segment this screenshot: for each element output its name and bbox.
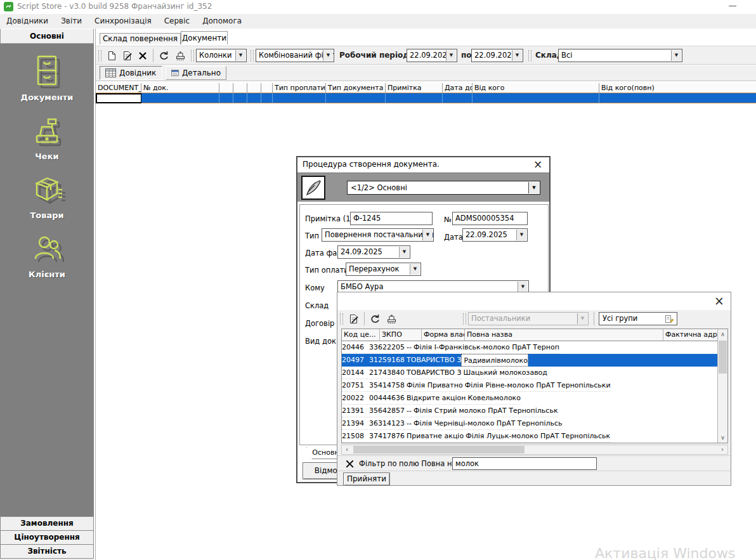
column-header[interactable]: Примітка bbox=[386, 83, 443, 93]
supplier-row[interactable]: 21508 37417876 Приватне акціо Філія Луць… bbox=[342, 430, 718, 443]
quill-pen-button[interactable] bbox=[301, 176, 325, 200]
column-header[interactable]: Повна назва bbox=[465, 329, 663, 341]
toolbar-grip[interactable] bbox=[528, 50, 531, 62]
toolbar-grip[interactable] bbox=[463, 313, 466, 325]
number-input[interactable]: ADMS00005354 bbox=[452, 212, 528, 225]
close-icon[interactable]: × bbox=[531, 158, 544, 171]
sidebar-item-goods[interactable]: Товари bbox=[29, 171, 65, 220]
chevron-down-icon[interactable]: ▼ bbox=[446, 50, 456, 61]
toolbar-grip[interactable] bbox=[340, 313, 343, 325]
horizontal-scrollbar[interactable]: ‹ › bbox=[341, 445, 728, 455]
close-icon[interactable]: × bbox=[713, 294, 726, 307]
menu-service[interactable]: Сервіс bbox=[158, 14, 196, 29]
chevron-down-icon[interactable]: ▼ bbox=[518, 282, 528, 292]
menu-synchronization[interactable]: Синхронізація bbox=[88, 14, 158, 29]
sidebar-button-pricing[interactable]: Ціноутворення bbox=[0, 530, 94, 544]
print-stamp-button[interactable] bbox=[173, 48, 188, 63]
chevron-down-icon[interactable]: ▼ bbox=[528, 182, 539, 193]
detail-view-button[interactable]: Детально bbox=[166, 66, 226, 80]
chevron-down-icon[interactable]: ▼ bbox=[512, 50, 522, 61]
filter-input[interactable]: молок bbox=[452, 457, 597, 470]
scroll-left-icon[interactable]: ‹ bbox=[342, 445, 352, 454]
minimize-button[interactable]: — bbox=[723, 0, 742, 13]
chevron-down-icon[interactable]: ▼ bbox=[323, 50, 333, 61]
menu-help[interactable]: Допомога bbox=[196, 14, 248, 29]
sidebar-item-checks[interactable]: Чеки bbox=[29, 112, 65, 161]
edit-cell[interactable] bbox=[96, 93, 141, 103]
sidebar-item-clients[interactable]: Клієнти bbox=[29, 230, 65, 279]
chevron-down-icon[interactable]: ▼ bbox=[410, 264, 420, 275]
new-document-button[interactable] bbox=[105, 48, 119, 63]
type-combo[interactable]: Повернення постачальникові ▼ bbox=[322, 228, 434, 242]
delete-button[interactable] bbox=[135, 48, 150, 63]
column-header[interactable] bbox=[261, 83, 273, 93]
column-header[interactable]: Від кого bbox=[472, 83, 599, 93]
combined-filter-combo[interactable]: Комбінований фільтр ▼ bbox=[256, 49, 334, 62]
supplier-row[interactable]: 21394 36314123 -- Філія Чернівці-молоко … bbox=[342, 417, 718, 430]
column-header[interactable]: Тип проплати bbox=[273, 83, 326, 93]
print-stamp-button[interactable] bbox=[384, 311, 399, 326]
pay-type-combo[interactable]: Перерахунок ▼ bbox=[346, 263, 421, 276]
menu-zvity[interactable]: Звіти bbox=[55, 14, 88, 29]
supplier-row[interactable]: 21391 35642857 -- Філія Стрий молоко ПрА… bbox=[342, 405, 718, 417]
sidebar-button-reports[interactable]: Звітність bbox=[0, 544, 94, 558]
supplier-row[interactable]: 20751 35414758 Філія Приватно Філія Рівн… bbox=[342, 379, 718, 392]
column-header[interactable]: № док. bbox=[141, 83, 219, 93]
column-header[interactable]: Від кого(повн) bbox=[599, 83, 756, 93]
sidebar-header[interactable]: Основні bbox=[0, 29, 94, 44]
column-header[interactable]: Код це... bbox=[342, 329, 380, 341]
column-header[interactable]: DOCUMENT_ID bbox=[96, 83, 141, 93]
column-header[interactable] bbox=[219, 83, 233, 93]
supplier-row[interactable]: 20497 31259168 ТОВАРИСТВО З Радивилівмол… bbox=[342, 354, 718, 367]
reference-view-button[interactable]: Довідник bbox=[100, 66, 162, 80]
scrollbar-thumb[interactable] bbox=[719, 341, 727, 374]
scroll-up-icon[interactable]: ∧ bbox=[718, 329, 727, 339]
stock-combo[interactable]: Всі ▼ bbox=[558, 49, 682, 62]
tab-dokumenty[interactable]: Документи bbox=[181, 31, 228, 44]
toolbar-grip[interactable] bbox=[98, 50, 101, 62]
date-combo[interactable]: 22.09.2025 ▼ bbox=[462, 228, 528, 242]
note-input[interactable]: Ф-1245 bbox=[350, 212, 433, 225]
dialog-titlebar[interactable]: Процедура створення документа. × bbox=[297, 157, 549, 173]
chevron-down-icon[interactable]: ▼ bbox=[235, 50, 245, 61]
period-from-combo[interactable]: 22.09.2025 ▼ bbox=[407, 49, 457, 62]
chevron-down-icon[interactable]: ▼ bbox=[399, 247, 409, 257]
refresh-button[interactable] bbox=[368, 311, 382, 326]
supplier-row[interactable]: 20446 33622205 -- Філія І-Франківськ-мол… bbox=[342, 341, 718, 354]
toolbar-grip[interactable] bbox=[251, 50, 254, 62]
dialog-titlebar[interactable]: × bbox=[337, 292, 731, 310]
period-to-combo[interactable]: 22.09.2025 ▼ bbox=[471, 49, 523, 62]
edit-document-button[interactable] bbox=[346, 311, 361, 326]
columns-combo[interactable]: Колонки ▼ bbox=[196, 49, 247, 62]
scrollbar-thumb[interactable] bbox=[353, 446, 525, 453]
clear-filter-x-icon[interactable] bbox=[346, 460, 354, 468]
refresh-button[interactable] bbox=[157, 48, 171, 63]
sidebar-button-orders[interactable]: Замовлення bbox=[0, 516, 94, 530]
dialog-page-combo[interactable]: <1/2> Основні ▼ bbox=[347, 181, 540, 195]
menu-dovidnyky[interactable]: Довідники bbox=[0, 14, 55, 29]
column-header[interactable]: Фактична адреса bbox=[663, 329, 718, 341]
vertical-scrollbar[interactable]: ∧ ∨ bbox=[717, 329, 727, 443]
chevron-down-icon[interactable]: ▼ bbox=[422, 230, 433, 240]
edit-document-button[interactable] bbox=[120, 48, 134, 63]
column-header[interactable] bbox=[247, 83, 261, 93]
date-fact-combo[interactable]: 24.09.2025 ▼ bbox=[337, 245, 410, 259]
tab-sklad-povernennya[interactable]: Склад повернення bbox=[100, 33, 181, 44]
groups-filter-field[interactable]: Усі групи bbox=[599, 312, 677, 325]
column-header[interactable]: Форма влас... bbox=[422, 329, 465, 341]
sidebar-item-documents[interactable]: Документи bbox=[21, 53, 74, 102]
column-header[interactable]: ЗКПО bbox=[380, 329, 422, 341]
column-header[interactable]: Тип документа bbox=[326, 83, 386, 93]
accept-button[interactable]: Прийняти bbox=[343, 472, 390, 486]
scroll-right-icon[interactable]: › bbox=[717, 445, 727, 454]
supplier-row[interactable]: 20022 00444636 Відкрите акціон Ковельмол… bbox=[342, 392, 718, 405]
column-header[interactable] bbox=[233, 83, 247, 93]
supplier-row[interactable]: 20144 21743840 ТОВАРИСТВО З Шацький моло… bbox=[342, 367, 718, 379]
chevron-down-icon[interactable]: ▼ bbox=[671, 50, 681, 61]
chevron-down-icon[interactable]: ▼ bbox=[516, 230, 526, 240]
scroll-down-icon[interactable]: ∨ bbox=[718, 433, 727, 443]
titlebar[interactable]: Script Store - v3.0 build 9258 Франчайзи… bbox=[0, 0, 756, 14]
selected-document-row[interactable] bbox=[96, 93, 756, 103]
toolbar-grip[interactable] bbox=[191, 50, 194, 62]
column-header[interactable]: Дата док. bbox=[443, 83, 472, 93]
